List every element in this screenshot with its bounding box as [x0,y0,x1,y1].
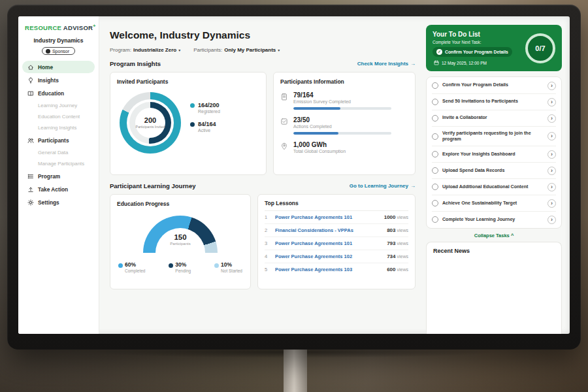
task-row-upload-educational-content[interactable]: Upload Additional Educational Content › [432,179,556,195]
sidebar: RESOURCE ADVISOR+ Industry Dynamics Spon… [18,16,99,334]
sidebar-item-label: Insights [38,77,59,84]
chevron-right-icon[interactable]: › [547,183,556,191]
chevron-down-icon: ▾ [178,48,180,52]
brand-advisor: ADVISOR [63,24,93,31]
task-row-verify-participants[interactable]: Verify participants requesting to join t… [432,127,556,146]
metric-label: Total Global Consumption [293,149,346,154]
task-label: Send 50 Invitations to Participants [442,99,544,105]
task-checkbox[interactable] [432,115,438,122]
sidebar-item-settings[interactable]: Settings [22,196,95,208]
legend-dot [169,263,173,268]
collapse-label: Collapse Tasks [474,233,510,238]
participants-information-card: Participants Information 79/164 Emission… [273,72,416,175]
task-checkbox[interactable] [432,151,438,157]
invited-legend: 164/200 Registered 84/164 Active [190,102,220,154]
lightbulb-icon [27,77,34,84]
todo-progress-ring: 0/7 [525,33,555,63]
card-title: Education Progress [117,201,244,207]
page-title: Welcome, Industry Dynamics [110,29,416,41]
collapse-tasks-button[interactable]: Collapse Tasks ^ [426,229,562,242]
sidebar-item-education-content[interactable]: Education Content [22,111,95,122]
program-value: Industrialize Zero [133,47,176,53]
learning-cards-row: Education Progress 150 Participants 60% … [110,194,416,289]
task-row-confirm-program[interactable]: Confirm Your Program Details › [432,78,556,94]
monitor-frame: RESOURCE ADVISOR+ Industry Dynamics Spon… [7,5,581,350]
actions-progress-bar [293,132,391,135]
task-checkbox[interactable] [432,184,438,190]
sidebar-item-learning-insights[interactable]: Learning Insights [22,122,95,133]
sidebar-item-participants[interactable]: Participants [22,134,95,146]
gear-icon [27,199,34,206]
task-row-explore-insights[interactable]: Explore Your Insights Dashboard › [432,146,556,163]
card-title: Invited Participants [117,78,259,85]
arrow-right-icon: → [410,61,416,67]
emission-progress-bar [293,107,391,110]
task-row-sustainability-target[interactable]: Achieve One Sustainability Target › [432,195,556,212]
lesson-link[interactable]: Financial Considerations - VPPAs [275,227,382,233]
chevron-right-icon[interactable]: › [547,98,556,106]
next-task-due: 12 May 2025, 12:00 PM [433,60,520,65]
sidebar-item-learning-journey[interactable]: Learning Journey [22,100,95,111]
todo-subtitle: Complete Your Next Task: [433,40,520,44]
lesson-link[interactable]: Power Purchase Agreements 101 [275,214,380,220]
lesson-link[interactable]: Power Purchase Agreements 102 [275,253,382,259]
sidebar-item-education[interactable]: Education [22,87,95,99]
upload-arrow-icon [27,186,34,193]
insights-cards-row: Invited Participants 200 Participants In… [110,72,416,175]
task-label: Achieve One Sustainability Target [442,201,544,206]
task-checkbox[interactable] [432,200,438,206]
sidebar-item-insights[interactable]: Insights [22,74,95,86]
task-row-invite-collaborator[interactable]: Invite a Collaborator › [432,110,556,127]
invited-donut-chart: 200 Participants Invited [120,92,181,154]
go-to-learning-journey-link[interactable]: Go to Learning Journey→ [350,183,416,189]
sidebar-item-take-action[interactable]: Take Action [22,183,95,195]
lesson-link[interactable]: Power Purchase Agreements 101 [275,240,382,246]
location-pin-icon [280,141,288,154]
sidebar-item-home[interactable]: Home [22,61,95,73]
task-checkbox[interactable] [432,133,438,140]
legend-dot [118,263,123,268]
task-checkbox[interactable] [432,167,438,174]
legend-pct: 60% [125,261,136,268]
lesson-rank: 5 [265,267,270,272]
sidebar-item-label: Education [38,90,64,97]
legend-label: Not Started [221,269,242,273]
legend-value: 84/164 [198,121,216,127]
task-label: Invite a Collaborator [442,115,544,121]
lesson-row: 5 Power Purchase Agreements 103 600views [265,263,408,276]
metric-actions-completed: 23/50 Actions Completed [280,116,408,135]
task-row-upload-spend-data[interactable]: Upload Spend Data Records › [432,163,556,179]
next-task-pill[interactable]: ✓ Confirm Your Program Details [433,47,512,57]
program-dropdown[interactable]: Program:Industrialize Zero▾ [110,47,180,53]
check-more-insights-link[interactable]: Check More Insights→ [357,61,416,67]
chevron-right-icon[interactable]: › [547,199,556,208]
task-checkbox[interactable] [432,82,438,89]
legend-dot [214,263,219,268]
lesson-rank: 4 [265,253,270,259]
task-row-send-invitations[interactable]: Send 50 Invitations to Participants › [432,94,556,110]
task-label: Complete Your Learning Journey [442,217,544,223]
sidebar-item-general-data[interactable]: General Data [22,147,95,158]
invited-participants-card: Invited Participants 200 Participants In… [110,72,267,175]
sponsor-badge[interactable]: Sponsor [42,47,75,55]
check-circle-icon: ✓ [436,49,442,55]
sidebar-item-manage-participants[interactable]: Manage Participants [22,158,95,169]
card-title: Participants Information [280,78,408,85]
task-checkbox[interactable] [432,216,438,223]
chevron-right-icon[interactable]: › [547,150,556,159]
lesson-rank: 3 [265,240,270,246]
sidebar-item-program[interactable]: Program [22,170,95,182]
task-row-complete-learning-journey[interactable]: Complete Your Learning Journey › [432,212,556,227]
chevron-right-icon[interactable]: › [547,216,556,224]
lesson-link[interactable]: Power Purchase Agreements 103 [275,267,382,272]
chevron-right-icon[interactable]: › [547,132,556,140]
legend-pct: 30% [175,261,186,268]
chevron-right-icon[interactable]: › [547,167,556,175]
check-square-icon [280,116,288,135]
chevron-right-icon[interactable]: › [547,114,556,123]
participants-dropdown[interactable]: Participants:Only My Participants▾ [193,47,280,53]
recent-news-title: Recent News [433,248,470,254]
chevron-right-icon[interactable]: › [547,82,556,90]
monitor-stand [284,349,307,392]
task-checkbox[interactable] [432,99,438,105]
